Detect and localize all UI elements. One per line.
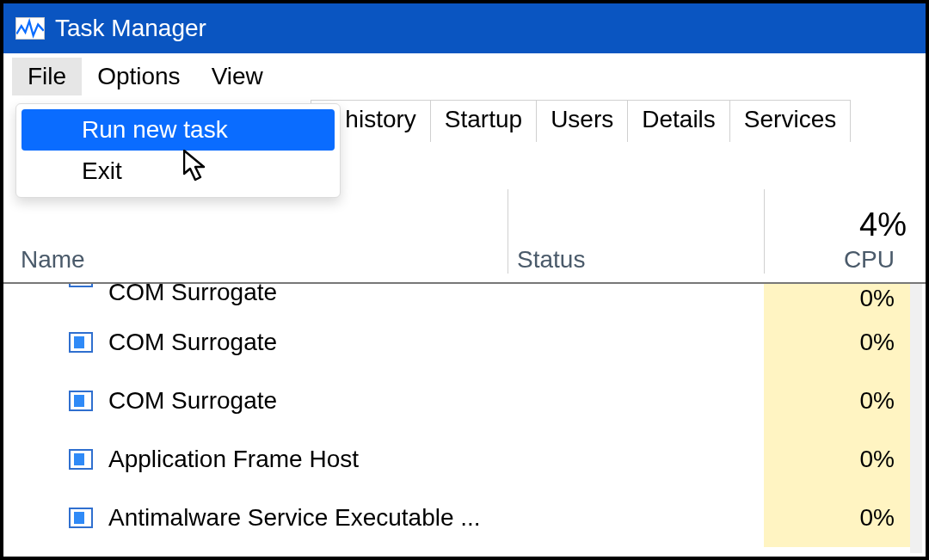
file-menu-dropdown: Run new task Exit: [15, 103, 341, 198]
column-name[interactable]: Name: [21, 246, 499, 274]
process-cpu: 0%: [764, 313, 910, 372]
table-row[interactable]: COM Surrogate 0%: [3, 372, 910, 430]
process-icon: [69, 284, 93, 287]
menu-bar: File Options View: [3, 53, 926, 100]
menu-file[interactable]: File: [12, 58, 82, 95]
process-name: Application Frame Host: [108, 446, 359, 473]
table-row[interactable]: Antimalware Service Executable ... 0%: [3, 489, 910, 547]
process-name: Antimalware Service Executable ...: [108, 504, 481, 532]
column-status[interactable]: Status: [508, 189, 764, 274]
process-cpu: 0%: [764, 284, 910, 313]
process-list: COM Surrogate 0% COM Surrogate 0% COM Su…: [3, 284, 910, 557]
table-row[interactable]: Application Frame Host 0%: [3, 430, 910, 489]
menu-exit[interactable]: Exit: [22, 151, 335, 192]
column-headers: Name Status 4% CPU: [3, 191, 926, 284]
task-manager-icon: [15, 17, 45, 40]
tab-details[interactable]: Details: [627, 100, 730, 142]
process-icon: [69, 449, 93, 470]
process-icon: [69, 332, 93, 353]
title-bar: Task Manager: [3, 3, 926, 53]
process-cpu: 0%: [764, 372, 910, 430]
table-row[interactable]: COM Surrogate 0%: [3, 284, 910, 313]
process-icon: [69, 391, 93, 411]
menu-options[interactable]: Options: [82, 58, 196, 95]
process-name: COM Surrogate: [108, 329, 277, 356]
column-cpu[interactable]: CPU: [764, 189, 914, 274]
menu-view[interactable]: View: [196, 58, 279, 95]
process-name: COM Surrogate: [108, 284, 277, 306]
process-cpu: 0%: [764, 430, 910, 489]
tab-users[interactable]: Users: [536, 100, 628, 142]
tab-services[interactable]: Services: [729, 100, 851, 142]
process-icon: [69, 508, 93, 528]
menu-run-new-task[interactable]: Run new task: [22, 109, 335, 151]
process-name: COM Surrogate: [108, 387, 277, 415]
process-cpu: 0%: [764, 489, 910, 547]
table-row[interactable]: COM Surrogate 0%: [3, 313, 910, 372]
window-title: Task Manager: [55, 15, 206, 42]
scrollbar[interactable]: [910, 284, 922, 553]
tab-startup[interactable]: Startup: [430, 100, 537, 142]
